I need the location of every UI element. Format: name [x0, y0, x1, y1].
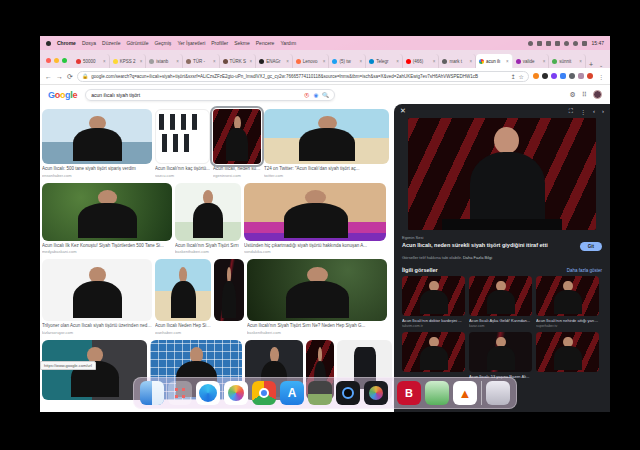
b-app-icon[interactable]: B [397, 381, 421, 405]
result-thumbnail[interactable] [247, 259, 387, 321]
final-cut-pro-icon[interactable] [364, 381, 388, 405]
image-result[interactable]: Acun Ilıcalı Neden Hep Siyah Tişört Giyi… [155, 259, 211, 335]
wifi-icon[interactable] [564, 41, 569, 46]
desktop-preview-icon[interactable] [308, 381, 332, 405]
menu-app-name[interactable]: Chrome [57, 40, 76, 46]
finder-icon[interactable] [140, 381, 164, 405]
more-options-icon[interactable]: ⋮ [580, 108, 586, 115]
dark-extension-icon[interactable] [542, 73, 548, 79]
menu-item-dosya[interactable]: Dosya [82, 40, 96, 46]
vlc-icon[interactable]: ▲ [453, 381, 477, 405]
screen-recorder-icon[interactable] [336, 381, 360, 405]
tab-close-icon[interactable]: × [176, 59, 179, 64]
browser-tab[interactable]: (466)× [403, 54, 440, 68]
zoom-window-button[interactable] [62, 58, 67, 63]
tab-close-icon[interactable]: × [140, 59, 143, 64]
blue-extension-icon[interactable] [560, 73, 566, 79]
search-input[interactable]: acun ilıcalı siyah tişört ⦿ ◉ 🔍 [85, 89, 335, 101]
record-indicator-icon[interactable] [528, 41, 533, 46]
settings-gear-icon[interactable]: ⚙ [570, 91, 576, 99]
google-apps-icon[interactable]: ⠿ [582, 91, 587, 99]
tab-close-icon[interactable]: × [323, 59, 326, 64]
chrome-menu-icon[interactable]: ⋮ [597, 73, 605, 80]
tab-close-icon[interactable]: × [506, 59, 509, 64]
minimize-window-button[interactable] [54, 58, 59, 63]
address-bar[interactable]: 🔒 google.com/search?q=acun+ilıcalı+siyah… [77, 71, 529, 82]
new-tab-button[interactable]: + [586, 61, 596, 68]
visit-button[interactable]: Git [580, 242, 602, 251]
tab-close-icon[interactable]: × [579, 59, 582, 64]
browser-tab-active[interactable]: acun ilı× [476, 54, 513, 68]
image-result[interactable]: Üstünden hiç çıkartmadığı siyah tişörtü … [244, 183, 386, 255]
browser-tab[interactable]: valide× [513, 54, 550, 68]
browser-tab[interactable]: ENAGr× [256, 54, 293, 68]
show-more-link[interactable]: Daha fazla göster [567, 268, 602, 273]
related-image[interactable]: Acun Ilıcalı'nın doktor kardeşini ... ta… [402, 276, 465, 328]
metamask-extension-icon[interactable] [533, 73, 539, 79]
safari-icon[interactable] [196, 381, 220, 405]
browser-tab[interactable]: mark t× [439, 54, 476, 68]
browser-tab[interactable]: Lenovo× [293, 54, 330, 68]
tab-close-icon[interactable]: × [396, 59, 399, 64]
app-store-icon[interactable]: A [280, 381, 304, 405]
display-icon[interactable] [537, 41, 542, 46]
trash-icon[interactable] [486, 381, 510, 405]
extensions-puzzle-icon[interactable] [569, 73, 575, 79]
image-result[interactable]: Acun Ilıcalı'nın Siyah Tişört Sırrı bask… [175, 183, 241, 255]
google-logo[interactable]: Google [48, 90, 77, 100]
close-window-button[interactable] [46, 58, 51, 63]
update-dot-icon[interactable] [587, 73, 593, 79]
image-result[interactable]: Acun Ilıcalı'nın Siyah Tişört Sırrı Ne? … [247, 259, 387, 335]
browser-tab[interactable]: Telegr× [366, 54, 403, 68]
related-image[interactable]: Acun Ilıcalı Aşka Geldi! Kızından... kar… [469, 276, 532, 328]
menu-clock[interactable]: 15:47 [591, 40, 604, 46]
result-source[interactable]: Egenin Sesi [402, 235, 602, 240]
chrome-icon[interactable] [252, 381, 276, 405]
purple-extension-icon[interactable] [551, 73, 557, 79]
menu-item-pencere[interactable]: Pencere [256, 40, 275, 46]
browser-tab[interactable]: TÜR -× [183, 54, 220, 68]
tab-close-icon[interactable]: × [359, 59, 362, 64]
learn-more-link[interactable]: Daha Fazla Bilgi [463, 255, 492, 260]
spotlight-icon[interactable] [573, 41, 578, 46]
lock-icon[interactable]: 🔒 [82, 73, 88, 79]
voice-search-icon[interactable]: ⦿ [304, 92, 310, 98]
previous-image-icon[interactable]: ‹ [593, 108, 595, 114]
back-button[interactable]: ← [45, 73, 52, 80]
bookmark-star-icon[interactable]: ☆ [519, 73, 524, 80]
tab-close-icon[interactable]: × [250, 59, 253, 64]
lens-icon[interactable]: ◉ [314, 92, 319, 98]
browser-tab[interactable]: (5) tw× [329, 54, 366, 68]
forward-button[interactable]: → [56, 73, 63, 80]
browser-tab[interactable]: istanb× [146, 54, 183, 68]
reload-button[interactable]: ⟳ [67, 73, 73, 80]
image-result[interactable] [214, 259, 244, 324]
result-thumbnail[interactable] [213, 109, 261, 164]
next-image-icon[interactable]: › [602, 108, 604, 114]
photos-icon[interactable] [224, 381, 248, 405]
result-thumbnail[interactable] [42, 183, 172, 241]
control-center-icon[interactable] [582, 41, 587, 46]
account-avatar[interactable] [593, 90, 602, 99]
tab-close-icon[interactable]: × [469, 59, 472, 64]
menu-item-profiller[interactable]: Profiller [211, 40, 228, 46]
result-thumbnail[interactable] [244, 183, 386, 241]
result-thumbnail[interactable] [155, 259, 211, 321]
image-result[interactable]: Acun Ilıcalı: 500 tane siyah tişört sipa… [42, 109, 152, 178]
tab-close-icon[interactable]: × [103, 59, 106, 64]
toolbox-app-icon[interactable] [425, 381, 449, 405]
menu-item-gecmis[interactable]: Geçmiş [154, 40, 171, 46]
menu-item-yerisaretleri[interactable]: Yer İşaretleri [177, 40, 205, 46]
volume-icon[interactable] [546, 41, 551, 46]
image-result-selected[interactable]: Acun Ilıcalı, neden sürekli siyah tişört… [213, 109, 261, 178]
tab-close-icon[interactable]: × [543, 59, 546, 64]
related-image[interactable] [536, 332, 599, 379]
result-thumbnail[interactable] [155, 109, 210, 164]
browser-tab[interactable]: 50000× [73, 54, 110, 68]
result-thumbnail[interactable] [42, 259, 152, 321]
related-image[interactable]: Acun Ilıcalı'nın nehirde attığı yarış...… [536, 276, 599, 328]
close-icon[interactable]: ✕ [400, 107, 406, 115]
image-result[interactable]: Trilyoner olan Acun Ilıcalı siyah tişört… [42, 259, 152, 335]
search-icon[interactable]: 🔍 [322, 92, 329, 98]
related-image[interactable] [402, 332, 465, 379]
